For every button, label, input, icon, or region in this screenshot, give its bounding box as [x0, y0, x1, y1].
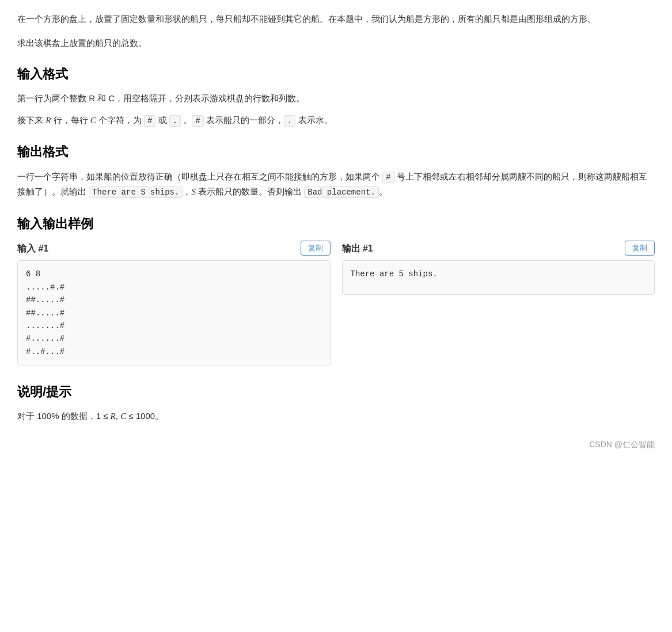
output-code-bad: Bad placement.: [304, 186, 379, 198]
output-example-1: 输出 #1 复制 There are 5 ships.: [342, 241, 655, 366]
footer: CSDN @仁公智能: [17, 438, 655, 451]
output-code-there-are: There are S ships.: [89, 186, 183, 198]
input-example-1-header: 输入 #1 复制: [17, 241, 331, 256]
input-example-1-label: 输入 #1: [17, 241, 48, 256]
output-format-text: 一行一个字符串，如果船的位置放得正确（即棋盘上只存在相互之间不能接触的方形，如果…: [17, 169, 655, 200]
examples-row: 输入 #1 复制 6 8 .....#.# ##.....# ##.....# …: [17, 241, 655, 366]
hint-text: 对于 100% 的数据，1 ≤ R, C ≤ 1000。: [17, 409, 655, 424]
hint-heading: 说明/提示: [17, 382, 655, 402]
output-example-1-header: 输出 #1 复制: [342, 241, 655, 256]
hash-code-3: #: [382, 172, 394, 183]
examples-section: 输入 #1 复制 6 8 .....#.# ##.....# ##.....# …: [17, 241, 655, 366]
intro-paragraph-2: 求出该棋盘上放置的船只的总数。: [17, 36, 655, 51]
copy-input-1-button[interactable]: 复制: [301, 241, 331, 256]
output-format-heading: 输出格式: [17, 142, 655, 162]
input-example-1: 输入 #1 复制 6 8 .....#.# ##.....# ##.....# …: [17, 241, 331, 366]
dot-code-1: .: [169, 115, 181, 127]
dot-code-2: .: [284, 115, 295, 127]
intro-paragraph-1: 在一个方形的盘上，放置了固定数量和形状的船只，每只船却不能碰到其它的船。在本题中…: [17, 12, 655, 26]
footer-attribution: CSDN @仁公智能: [589, 438, 655, 451]
examples-heading: 输入输出样例: [17, 214, 655, 234]
input-format-line1: 第一行为两个整数 R 和 C，用空格隔开，分别表示游戏棋盘的行数和列数。: [17, 91, 655, 106]
output-example-1-content: There are 5 ships.: [342, 260, 655, 295]
output-example-1-label: 输出 #1: [342, 241, 373, 256]
hint-section: 说明/提示 对于 100% 的数据，1 ≤ R, C ≤ 1000。: [17, 382, 655, 424]
copy-output-1-button[interactable]: 复制: [625, 241, 655, 256]
hash-code-1: #: [144, 115, 155, 127]
input-example-1-content: 6 8 .....#.# ##.....# ##.....# .......# …: [17, 260, 331, 366]
hash-code-2: #: [192, 115, 203, 127]
input-format-heading: 输入格式: [17, 64, 655, 84]
input-format-line2: 接下来 R 行，每行 C 个字符，为 # 或 . 。# 表示船只的一部分，. 表…: [17, 113, 655, 128]
